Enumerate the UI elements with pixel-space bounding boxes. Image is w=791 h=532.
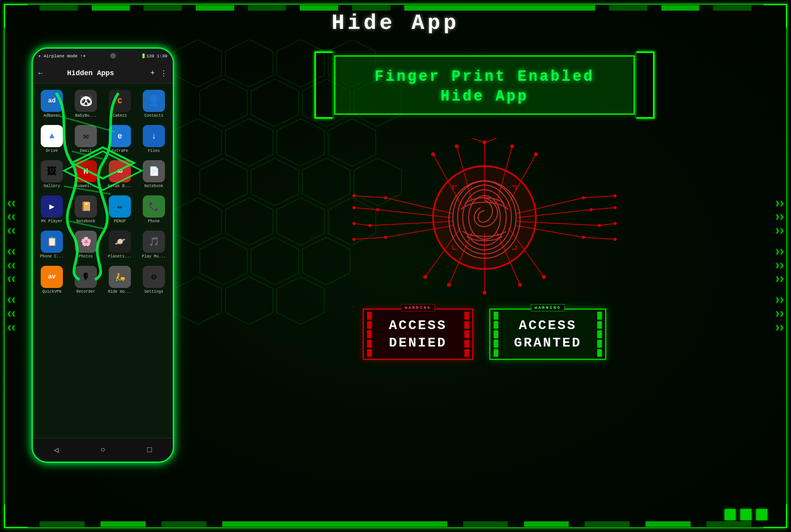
denied-line1: ACCESS — [388, 317, 448, 334]
app-item[interactable]: ▶ MX Player — [36, 193, 68, 226]
status-buttons: WARNING ACCESS DENIED WARNING — [198, 309, 771, 360]
nav-back[interactable]: ◁ — [54, 445, 59, 455]
svg-point-36 — [455, 144, 459, 148]
svg-point-37 — [431, 152, 435, 156]
app-label: Email — [80, 149, 92, 153]
app-label: Contacts — [144, 114, 163, 118]
right-arrows-decoration: ❯❯ ❯❯ ❯❯ ❯❯ ❯❯ ❯❯ ❯❯ ❯❯ ❯❯ — [775, 198, 784, 334]
svg-point-53 — [613, 206, 617, 209]
app-item[interactable]: ⚙ Settings — [138, 263, 170, 296]
svg-point-49 — [376, 208, 379, 211]
app-item[interactable]: C Cakezz — [104, 87, 136, 120]
left-arrows-decoration: ❮❮ ❮❮ ❮❮ ❮❮ ❮❮ ❮❮ ❮❮ ❮❮ ❮❮ — [7, 198, 16, 334]
app-icon-adbanao: ad — [41, 90, 63, 112]
app-item[interactable]: ↓ Files — [138, 123, 170, 155]
app-icon-quickvpn: av — [41, 266, 63, 288]
svg-point-56 — [613, 238, 617, 241]
svg-point-52 — [384, 236, 387, 239]
app-icon-babybu: 🐼 — [75, 90, 97, 112]
app-item[interactable]: 📞 Phone — [138, 193, 170, 226]
app-item[interactable]: ∞ Kotak B... — [104, 158, 136, 191]
fp-scanner-svg — [346, 134, 623, 301]
svg-point-59 — [598, 224, 601, 227]
app-icon-mxplayer: ▶ — [41, 195, 63, 218]
app-label: Cakezz — [113, 114, 127, 118]
app-icon-huawei: H — [75, 160, 97, 182]
app-label: BabyBu... — [75, 114, 97, 118]
svg-point-58 — [582, 196, 585, 199]
corner-bl — [4, 504, 28, 528]
app-item[interactable]: av QuickVPN — [36, 263, 68, 296]
app-label: Phone — [148, 219, 160, 223]
nav-home[interactable]: ○ — [100, 445, 105, 454]
access-denied-button[interactable]: WARNING ACCESS DENIED — [363, 309, 473, 360]
app-item[interactable]: ▲ Drive — [36, 123, 68, 155]
fp-scanner-container — [346, 134, 623, 301]
svg-point-39 — [534, 152, 538, 156]
app-item[interactable]: 🐼 BabyBu... — [70, 87, 102, 120]
warning-denied-label: WARNING — [401, 304, 435, 311]
app-item[interactable]: ad AdBanao — [36, 87, 68, 120]
svg-line-29 — [354, 223, 370, 225]
app-item[interactable]: ✉ Email — [70, 123, 102, 155]
app-icon-email: ✉ — [75, 125, 97, 147]
app-icon-recorder: 🎙 — [75, 266, 97, 288]
nav-recent[interactable]: □ — [147, 445, 152, 454]
phone-app-header: ← Hidden Apps + ⋮ — [33, 63, 173, 83]
app-item[interactable]: ✏ PENUP — [104, 193, 136, 226]
svg-point-38 — [510, 144, 514, 148]
app-icon-playmu: 🎵 — [143, 231, 165, 253]
top-bar-dashes — [40, 5, 751, 11]
svg-point-54 — [613, 194, 617, 197]
svg-line-32 — [583, 196, 615, 198]
add-button[interactable]: + — [150, 69, 155, 77]
fp-title-line2: Hide App — [351, 88, 618, 105]
app-item[interactable]: 🪐 Planets... — [104, 228, 136, 261]
app-item[interactable]: 👤 Contacts — [138, 87, 170, 120]
app-icon-gallery: 🖼 — [41, 160, 63, 182]
dot-2 — [740, 509, 751, 520]
svg-point-35 — [483, 140, 486, 144]
app-label: Huawei... — [75, 184, 97, 188]
apps-grid: ad AdBanao 🐼 BabyBu... C Cakezz 👤 Contac… — [33, 83, 173, 300]
svg-line-33 — [599, 223, 615, 225]
back-button[interactable]: ← — [38, 69, 43, 77]
app-item[interactable]: 🎙 Recorder — [70, 263, 102, 296]
bracket-right — [636, 51, 655, 119]
app-label: QuickVPN — [42, 290, 61, 294]
app-item[interactable]: 🌸 Photos — [70, 228, 102, 261]
corner-tr — [763, 4, 787, 28]
bottom-dots — [725, 509, 767, 520]
svg-point-43 — [518, 283, 522, 287]
app-icon-penup: ✏ — [109, 195, 131, 218]
app-label: Files — [148, 149, 160, 153]
app-icon-notebook2: 📔 — [75, 195, 97, 218]
granted-line1: ACCESS — [514, 317, 582, 334]
svg-point-44 — [542, 275, 546, 279]
warning-granted-label: WARNING — [531, 304, 564, 311]
app-icon-contacts: 👤 — [143, 90, 165, 112]
app-icon-notebook1: 📄 — [143, 160, 165, 182]
app-item[interactable]: 🖼 Gallery — [36, 158, 68, 191]
access-granted-button[interactable]: WARNING ACCESS GRANTED — [489, 309, 607, 360]
hidden-apps-title: Hidden Apps — [43, 69, 138, 77]
bracket-left — [314, 51, 333, 119]
app-item[interactable]: 📄 Notebook — [138, 158, 170, 191]
app-item[interactable]: 🛵 Ride mo... — [104, 263, 136, 296]
app-label: AdBanao — [44, 114, 60, 118]
phone-mockup: ✈ Airplane mode ↑➜ 🔋139 1:39 ← Hidden Ap… — [32, 47, 174, 463]
app-label: PENUP — [114, 219, 126, 223]
app-item[interactable]: e ExtraPe — [104, 123, 136, 155]
app-item[interactable]: 📔 Notebook — [70, 193, 102, 226]
svg-line-27 — [354, 208, 378, 210]
phone-status-bar: ✈ Airplane mode ↑➜ 🔋139 1:39 — [33, 49, 173, 63]
app-icon-settings: ⚙ — [143, 266, 165, 288]
app-item[interactable]: 📋 Phone C... — [36, 228, 68, 261]
more-button[interactable]: ⋮ — [160, 69, 167, 78]
app-item[interactable]: H Huawei... — [70, 158, 102, 191]
app-label: Phone C... — [40, 254, 64, 259]
svg-line-31 — [591, 208, 615, 210]
app-item[interactable]: 🎵 Play Mu... — [138, 228, 170, 261]
svg-point-57 — [590, 208, 593, 211]
bottom-bar-dashes — [40, 521, 751, 527]
